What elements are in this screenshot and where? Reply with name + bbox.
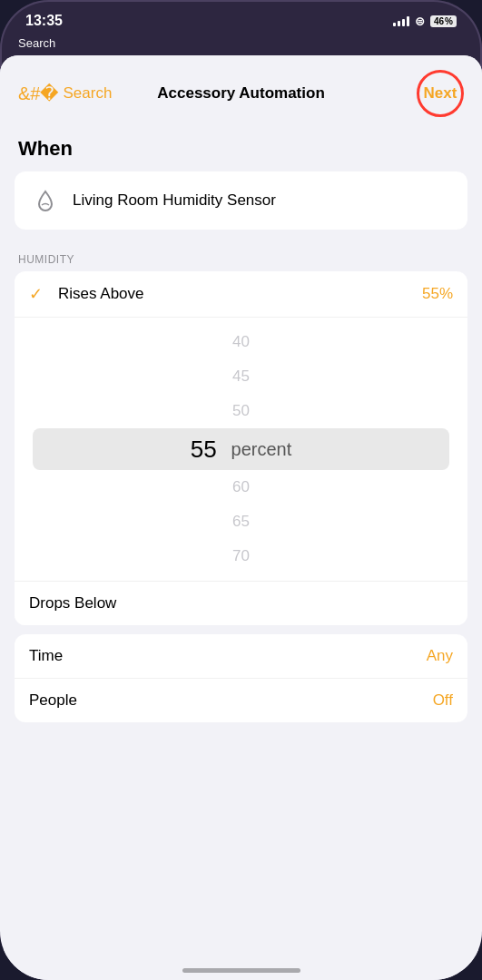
humidity-sensor-icon [29,184,62,217]
wifi-icon: ⊜ [415,15,425,28]
home-indicator [182,968,300,973]
humidity-section-label: HUMIDITY [15,239,467,271]
time-label: Time [29,647,427,665]
picker-item-70[interactable]: 70 [15,539,467,573]
back-button[interactable]: &#� Search [18,84,112,103]
picker-item-45[interactable]: 45 [15,359,467,394]
picker-item-60[interactable]: 60 [15,470,467,505]
people-value: Off [433,691,453,710]
humidity-card: ✓ Rises Above 55% 40 45 50 [15,271,467,625]
page-title: Accessory Automation [157,84,325,103]
picker-item-55-selected[interactable]: 55 percent [15,428,467,470]
people-label: People [29,691,433,710]
search-back-label: Search [18,36,55,50]
bottom-bar [0,949,482,980]
picker-item-50[interactable]: 50 [15,394,467,428]
drops-below-row[interactable]: Drops Below [15,581,467,625]
phone-frame: 13:35 ⊜ 46% Search &#� Search Accessory … [0,0,482,980]
sensor-card[interactable]: Living Room Humidity Sensor [15,172,467,230]
time-row[interactable]: Time Any [15,634,467,679]
nav-bar: &#� Search Accessory Automation Next [0,55,482,128]
picker-area[interactable]: 40 45 50 55 percent 60 [15,318,467,581]
back-label: Search [63,84,112,103]
search-back: Search [0,34,482,55]
scroll-content: When Living Room Humidity Sensor HUMIDIT… [0,128,482,949]
content-area: &#� Search Accessory Automation Next Whe… [0,55,482,980]
status-time: 13:35 [25,13,63,29]
next-label: Next [424,84,457,103]
sensor-name: Living Room Humidity Sensor [73,191,276,210]
signal-icon [393,15,409,26]
time-value: Any [427,647,453,665]
drops-below-label: Drops Below [29,594,116,612]
conditions-card: Time Any People Off [15,634,467,722]
rises-above-label: Rises Above [58,285,422,303]
picker-item-40[interactable]: 40 [15,325,467,359]
people-row[interactable]: People Off [15,679,467,722]
status-bar: 13:35 ⊜ 46% [0,0,482,34]
rises-above-value: 55% [422,285,453,303]
battery-icon: 46% [430,15,457,27]
rises-above-row[interactable]: ✓ Rises Above 55% [15,271,467,318]
status-icons: ⊜ 46% [393,15,457,28]
checkmark-icon: ✓ [29,284,47,304]
when-heading: When [15,128,467,172]
chevron-left-icon: &#� [18,84,59,103]
picker-item-65[interactable]: 65 [15,505,467,539]
next-button[interactable]: Next [417,70,464,117]
picker-unit-label: percent [231,439,292,460]
sensor-row: Living Room Humidity Sensor [15,172,467,230]
